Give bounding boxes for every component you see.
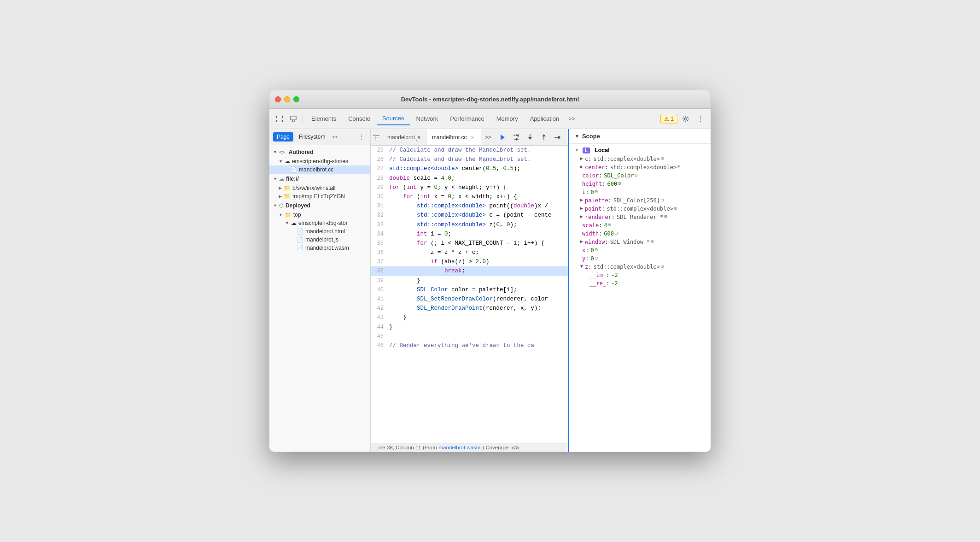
mandelbrot-cc-item[interactable]: ▶ 📄 mandelbrot.cc — [269, 165, 370, 174]
sidebar-toggle-icon[interactable] — [373, 131, 380, 143]
tab-memory[interactable]: Memory — [491, 112, 524, 125]
code-line: 29for (int y = 0; y < height; y++) { — [371, 183, 568, 192]
mandelbrot-js-item[interactable]: ▶ 📄 mandelbrot.js — [269, 236, 370, 244]
settings-icon[interactable] — [679, 112, 692, 125]
close-button[interactable] — [275, 96, 281, 102]
scope-item[interactable]: ▶ renderer: SDL_Renderer *⊞ — [569, 213, 711, 221]
authored-section-header[interactable]: ▼ <> Authored — [269, 147, 370, 157]
step-out-button[interactable] — [538, 132, 549, 143]
code-line: 37 if (abs(z) > 2.0) — [371, 257, 568, 266]
file-js-icon: 📄 — [297, 236, 303, 243]
toolbar-right: ⚠ 1 ⋮ — [660, 112, 707, 125]
menu-icon[interactable]: ⋮ — [694, 112, 707, 125]
scope-item-expand-icon[interactable]: ▶ — [580, 214, 583, 219]
line-content: std::complex<double> c = (point - cente — [389, 211, 568, 220]
line-content: // Render everything we've drawn to the … — [389, 341, 568, 350]
bsw-item[interactable]: ▶ 📁 b/s/w/ir/x/w/install — [269, 184, 370, 192]
inspect-icon[interactable] — [287, 112, 300, 125]
editor-tab-mandelbrot-cc[interactable]: mandelbrot.cc × — [426, 129, 481, 145]
minimize-button[interactable] — [284, 96, 290, 102]
cloud2-item[interactable]: ▼ ☁ emscripten-dbg-stor — [269, 219, 370, 227]
debug-toolbar — [497, 130, 568, 145]
scope-item[interactable]: ▼ z: std::complex<double>⊞ — [569, 263, 711, 271]
warning-badge[interactable]: ⚠ 1 — [660, 114, 677, 124]
status-wasm-link[interactable]: mandelbrot.wasm — [439, 445, 481, 450]
scope-item-expand-icon[interactable]: ▶ — [580, 206, 583, 211]
scope-item-expand-icon[interactable]: ▶ — [580, 164, 583, 169]
resume-button[interactable] — [497, 132, 508, 143]
cursor-icon[interactable] — [273, 112, 286, 125]
scope-item[interactable]: ▶ center: std::complex<double>⊞ — [569, 163, 711, 171]
svg-rect-7 — [282, 120, 283, 122]
main-container: mandelbrot.js mandelbrot.cc × >> — [371, 129, 711, 452]
svg-marker-22 — [528, 137, 532, 140]
deployed-section-header[interactable]: ▼ ⬡ Deployed — [269, 200, 370, 211]
tab-sources[interactable]: Sources — [377, 112, 410, 125]
top-item[interactable]: ▼ 📁 top — [269, 211, 370, 219]
editor-tabs-more[interactable]: >> — [481, 134, 495, 141]
authored-icon: <> — [279, 149, 285, 155]
scope-item-value: std::complex<double> — [594, 264, 660, 270]
scope-item[interactable]: ▶ c: std::complex<double>⊞ — [569, 155, 711, 163]
line-number: 40 — [371, 285, 389, 295]
step-button[interactable] — [552, 132, 563, 143]
scope-item-key: renderer — [585, 214, 612, 220]
scope-item[interactable]: ▶ point: std::complex<double>⊞ — [569, 205, 711, 213]
scope-item: scale: 4⊞ — [569, 221, 711, 230]
traffic-lights — [275, 96, 299, 102]
code-line: 44} — [371, 323, 568, 332]
line-number: 34 — [371, 230, 389, 239]
line-number: 32 — [371, 211, 389, 220]
scope-item[interactable]: ▶ window: SDL_Window *⊞ — [569, 238, 711, 246]
maximize-button[interactable] — [293, 96, 299, 102]
svg-rect-5 — [276, 122, 279, 122]
scope-item-value: std::complex<double> — [594, 156, 660, 162]
scope-item-value: SDL_Color[256] — [613, 197, 660, 204]
editor-tab-mandelbrot-js[interactable]: mandelbrot.js — [382, 129, 426, 145]
scope-child-value: -2 — [611, 280, 618, 287]
mandelbrot-wasm-item[interactable]: ▶ 📄 mandelbrot.wasm — [269, 244, 370, 252]
scope-item-expand-icon[interactable]: ▶ — [580, 239, 583, 244]
tab-elements[interactable]: Elements — [306, 112, 342, 125]
code-line: 28double scale = 4.0; — [371, 174, 568, 183]
file-section-header[interactable]: ▼ ☁ file:// — [269, 174, 370, 184]
sidebar-tab-page[interactable]: Page — [273, 132, 293, 141]
line-content — [389, 332, 568, 341]
scope-local-header[interactable]: ▼LLocal — [569, 146, 711, 155]
code-editor[interactable]: 29// Calculate and draw the Mandelbrot s… — [371, 146, 568, 443]
tab-performance[interactable]: Performance — [444, 112, 490, 125]
folder-tmp-icon: 📁 — [284, 193, 291, 200]
sidebar-tab-filesystem[interactable]: Filesystem — [295, 132, 329, 141]
svg-rect-1 — [276, 116, 277, 118]
scope-item-value: 600 — [607, 181, 618, 187]
code-line: 40 SDL_Color color = palette[i]; — [371, 285, 568, 295]
tab-application[interactable]: Application — [525, 112, 565, 125]
top-label: top — [293, 212, 301, 218]
mandelbrot-html-item[interactable]: ▶ 📄 mandelbrot.html — [269, 227, 370, 236]
scope-item-expand-icon[interactable]: ▶ — [580, 197, 583, 202]
tmp-item[interactable]: ▶ 📁 tmp/tmp.ELcTq2YGN — [269, 192, 370, 200]
scope-item-value: 600 — [604, 230, 614, 237]
scope-item-expand-icon[interactable]: ▼ — [580, 264, 583, 269]
sidebar-tabs-more[interactable]: >> — [332, 134, 338, 140]
scope-item-prop-icon: ⊞ — [677, 164, 680, 169]
tab-network[interactable]: Network — [411, 112, 444, 125]
scope-item-expand-icon[interactable]: ▶ — [580, 156, 583, 161]
tabs-more-button[interactable]: >> — [566, 114, 578, 124]
scope-child-value: -2 — [611, 272, 618, 278]
tab-console[interactable]: Console — [343, 112, 376, 125]
step-into-button[interactable] — [525, 132, 536, 143]
file-icon: ☁ — [279, 176, 284, 182]
local-badge: L — [583, 147, 590, 153]
scope-item-key: i — [582, 189, 585, 195]
line-content: } — [389, 313, 568, 322]
scope-item-colon: : — [602, 181, 605, 187]
cloud1-item[interactable]: ▼ ☁ emscripten-dbg-stories — [269, 157, 370, 165]
scope-item[interactable]: ▶ palette: SDL_Color[256]⊞ — [569, 196, 711, 205]
editor-tab-close-icon[interactable]: × — [469, 134, 475, 141]
sidebar-menu-icon[interactable]: ⋮ — [356, 132, 367, 142]
cloud1-label: emscripten-dbg-stories — [292, 158, 348, 165]
scope-item-colon: : — [605, 239, 608, 245]
step-over-button[interactable] — [511, 132, 522, 143]
sidebar-tree: ▼ <> Authored ▼ ☁ emscripten-dbg-stories… — [269, 145, 370, 452]
